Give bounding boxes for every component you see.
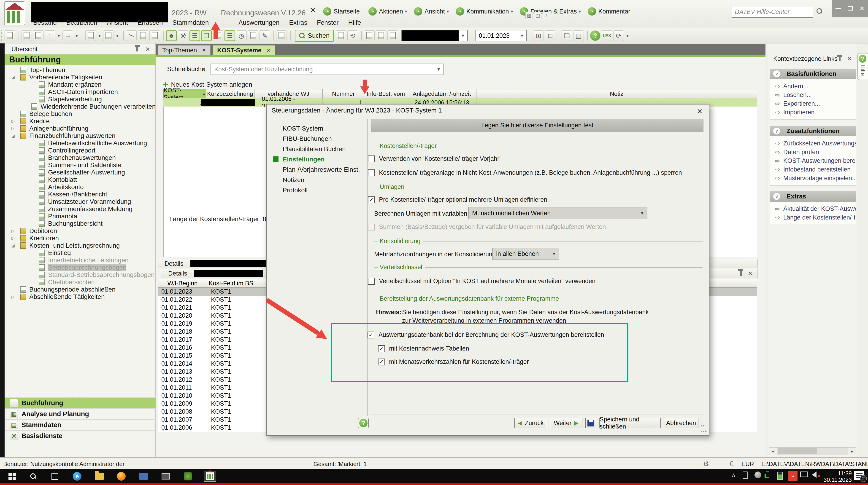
- toolbar-icon[interactable]: [248, 30, 258, 41]
- speichern-schliessen-button[interactable]: Speichern und schließen: [599, 418, 661, 428]
- speaker-muted-icon[interactable]: ✕: [812, 472, 816, 478]
- save-button[interactable]: [585, 418, 596, 428]
- tree-item[interactable]: Betriebswirtschaftliche Auswertung: [5, 139, 156, 147]
- weiter-button[interactable]: Weiter ▶: [550, 418, 582, 428]
- menu-item[interactable]: Fenster: [317, 19, 339, 26]
- checkbox-verteilschluessel[interactable]: Verteilschlüssel mit Option "In KOST auf…: [368, 278, 595, 285]
- scrollbar-thumb[interactable]: [778, 448, 817, 454]
- section-zusatzfunktionen[interactable]: ∨ Zusatzfunktionen: [770, 126, 856, 136]
- tree-item[interactable]: Kontoblatt: [5, 176, 156, 183]
- tree-item[interactable]: Chefübersichten: [5, 279, 156, 286]
- checkbox-icon[interactable]: [368, 278, 375, 285]
- resize-grip[interactable]: ▪▪▪▪▪: [701, 423, 707, 434]
- restore-icon[interactable]: [848, 6, 852, 10]
- close-doc-icon[interactable]: ✕: [309, 5, 316, 15]
- context-link[interactable]: ⇨ Löschen...: [770, 91, 856, 99]
- dialog-nav-item[interactable]: FIBU-Buchungen: [283, 133, 360, 144]
- dialog-close-icon[interactable]: ✕: [697, 107, 703, 115]
- tab-close-icon[interactable]: ✕: [267, 47, 271, 54]
- tree-item[interactable]: Betriebsabrechnungsbogen: [5, 264, 156, 271]
- context-link[interactable]: ⇨ Daten prüfen: [770, 148, 856, 156]
- tree-item[interactable]: Mandant ergänzen: [5, 81, 156, 88]
- toolbar-icon[interactable]: [138, 30, 148, 41]
- toolbar-icon[interactable]: [19, 31, 19, 40]
- scroll-left-button[interactable]: ◂: [769, 448, 777, 455]
- app-icon-blue[interactable]: [138, 471, 149, 482]
- tab-kost-systeme[interactable]: KOST-Systeme ✕: [213, 45, 275, 55]
- horizontal-scrollbar[interactable]: ◂ ▸: [769, 447, 856, 455]
- toolbar-icon[interactable]: ⊞: [533, 30, 544, 41]
- dialog-help-button[interactable]: ?: [358, 418, 369, 428]
- toolbar-icon[interactable]: ⚒: [178, 30, 188, 41]
- app-icon-green[interactable]: [182, 471, 194, 482]
- menu-item[interactable]: Ansicht: [107, 19, 128, 26]
- red-app-tray-icon[interactable]: »: [788, 471, 798, 481]
- datev-rw-taskbar-icon[interactable]: [204, 471, 216, 482]
- sidebar-nav-item[interactable]: ▦ Analyse und Planung: [5, 409, 156, 419]
- dialog-nav-item[interactable]: Einstellungen: [283, 154, 360, 164]
- sidebar-nav-item[interactable]: ⚒ Basisdienste: [5, 430, 156, 441]
- toolbar-icon[interactable]: [587, 31, 588, 40]
- minimize-icon[interactable]: [836, 8, 841, 9]
- close-panel-icon[interactable]: ✕: [145, 46, 150, 53]
- toolbar-icon[interactable]: ❒: [562, 30, 572, 41]
- close-panel-icon[interactable]: ✕: [847, 55, 852, 62]
- menu-item[interactable]: Auswertungen: [239, 19, 279, 26]
- hilfe-tab[interactable]: ? Hilfe: [857, 53, 868, 80]
- expander-icon[interactable]: ◢: [11, 133, 20, 138]
- task-view-icon[interactable]: [49, 471, 61, 482]
- toolbar-icon[interactable]: ?: [590, 30, 600, 41]
- globe-icon[interactable]: [754, 472, 762, 478]
- battery-icon[interactable]: [777, 472, 783, 480]
- tree-item[interactable]: ▷ Abschließende Tätigkeiten: [5, 293, 156, 300]
- tree-item[interactable]: Stapelverarbeitung: [5, 96, 156, 103]
- checkbox-checked-icon[interactable]: ✓: [368, 196, 375, 203]
- toolbar-icon[interactable]: ▥: [573, 30, 584, 41]
- tab-top-themen[interactable]: Top-Themen ✕: [158, 45, 211, 55]
- taskbar-clock[interactable]: 11:39 30.11.2023: [822, 470, 852, 483]
- toolbar-icon[interactable]: [364, 30, 375, 41]
- checkbox-kostennachweis[interactable]: ✓ mit Kostennachweis-Tabellen: [378, 345, 469, 352]
- tree-item[interactable]: Buchungsübersicht: [5, 220, 156, 227]
- tree-item[interactable]: Standard-Betriebsabrechnungsbogen: [5, 271, 156, 279]
- pin-icon[interactable]: [136, 47, 138, 52]
- layout-icon[interactable]: ◰: [534, 12, 541, 19]
- expander-icon[interactable]: ◢: [11, 243, 20, 248]
- start-button[interactable]: [6, 471, 18, 482]
- context-link[interactable]: ⇨ Länge der Kostenstellen/-träger erh: [770, 213, 856, 222]
- tree-item[interactable]: Primanota: [5, 213, 156, 220]
- tree-item[interactable]: ▷ Debitoren: [5, 227, 156, 235]
- menu-item[interactable]: Erfassen: [137, 19, 163, 26]
- period-selector-combo[interactable]: 01.01.2023 ▾: [475, 30, 527, 41]
- toolbar-icon[interactable]: [33, 30, 43, 41]
- taskbar-search-icon[interactable]: [27, 471, 39, 482]
- tree-item[interactable]: ◢ Vorbereitende Tätigkeiten: [5, 74, 156, 81]
- toolbar-icon[interactable]: [163, 31, 164, 40]
- menu-item[interactable]: Stammdaten: [173, 19, 209, 26]
- checkbox-umlagen[interactable]: ✓ Pro Kostenstelle/-träger optional mehr…: [368, 196, 547, 203]
- tree-item[interactable]: Branchenauswertungen: [5, 154, 156, 161]
- tab-close-icon[interactable]: ✕: [202, 47, 206, 53]
- sidebar-nav-item[interactable]: ≡ Buchführung: [5, 397, 156, 409]
- column-header[interactable]: Anlagedatum /-uhrzeit: [407, 89, 476, 98]
- tree-item[interactable]: ASCII-Daten importieren: [5, 88, 156, 96]
- quick-action[interactable]: ◔ Ansicht ▾: [414, 7, 449, 15]
- abbrechen-button[interactable]: Abbrechen: [664, 418, 699, 428]
- toolbar-icon[interactable]: [559, 31, 559, 40]
- column-header[interactable]: Nummer: [323, 89, 364, 98]
- toolbar-icon[interactable]: ⟳: [613, 30, 624, 41]
- toolbar-icon[interactable]: ▾: [74, 30, 79, 41]
- toolbar-icon[interactable]: ✂: [126, 30, 136, 41]
- expander-icon[interactable]: ◢: [11, 75, 20, 80]
- toolbar-icon[interactable]: [149, 30, 160, 41]
- tree-item[interactable]: ▷ Kreditoren: [5, 235, 156, 242]
- dialog-nav-item[interactable]: Notizen: [283, 175, 360, 185]
- status-dot-icon[interactable]: [766, 472, 769, 478]
- checkbox-icon[interactable]: [368, 156, 375, 162]
- zurueck-button[interactable]: ◀ Zurück: [515, 418, 547, 428]
- toolbar-icon[interactable]: [5, 30, 15, 41]
- checkbox-checked-icon[interactable]: ✓: [368, 331, 374, 338]
- context-link[interactable]: ⇨ Exportieren...: [770, 99, 856, 108]
- context-link[interactable]: ⇨ Zurücksetzen Auswertungsergebni: [770, 139, 856, 148]
- column-header-kost-feld[interactable]: Kost-Feld im BS: [207, 279, 255, 288]
